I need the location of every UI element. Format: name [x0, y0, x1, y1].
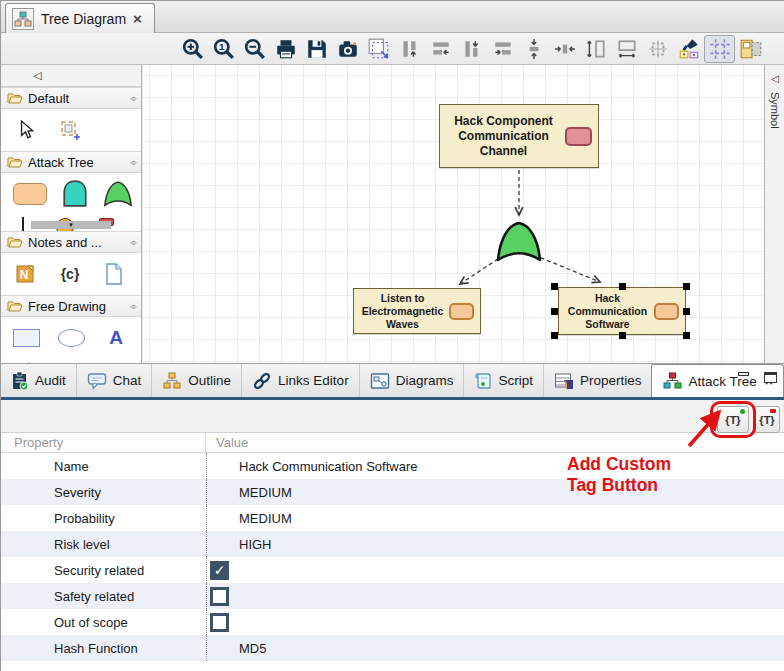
table-row[interactable]: Out of scope: [1, 609, 784, 635]
audit-icon: [11, 371, 29, 391]
tab-audit[interactable]: Audit: [1, 364, 77, 397]
table-row[interactable]: Risk level HIGH: [1, 531, 784, 557]
node-tool[interactable]: [13, 181, 47, 207]
links-icon: [252, 371, 272, 391]
align-right-button[interactable]: [487, 35, 518, 63]
attack-tree-view-toolbar: {T} {T}: [1, 400, 784, 433]
document-tool[interactable]: [101, 261, 127, 287]
toggle-grid-button[interactable]: [704, 35, 735, 63]
selection-handle[interactable]: [683, 332, 690, 339]
palette-group-attack-tree[interactable]: Attack Tree ◃▹: [1, 151, 141, 173]
bottom-panel: Audit Chat Outline Links Editor Diagrams…: [1, 363, 784, 671]
selection-handle[interactable]: [619, 283, 626, 290]
app-window: Tree Diagram × 1 ◁: [0, 0, 784, 671]
node-hack-communication-software[interactable]: Hack Communication Software: [558, 287, 686, 335]
select-tool[interactable]: [13, 117, 39, 143]
save-button[interactable]: [301, 35, 332, 63]
tab-links-editor[interactable]: Links Editor: [242, 364, 360, 397]
align-left-button[interactable]: [425, 35, 456, 63]
palette-group-free-drawing[interactable]: Free Drawing ◃▹: [1, 295, 141, 317]
text-tool[interactable]: A: [103, 325, 129, 351]
node-hack-component-communication-channel[interactable]: Hack Component Communication Channel: [439, 104, 599, 168]
palette-row-notes: N {c}: [1, 253, 141, 295]
distribute-horizontal-button[interactable]: [549, 35, 580, 63]
align-bottom-button[interactable]: [456, 35, 487, 63]
expand-symbol-panel-icon[interactable]: ◁: [771, 73, 779, 84]
selection-handle[interactable]: [683, 283, 690, 290]
palette-group-label: Attack Tree: [28, 155, 125, 170]
symbol-panel-label[interactable]: Symbol: [769, 92, 781, 129]
distribute-vertical-button[interactable]: [518, 35, 549, 63]
format-painter-button[interactable]: [673, 35, 704, 63]
ellipse-tool[interactable]: [58, 325, 85, 351]
palette-group-label: Notes and ...: [28, 235, 125, 250]
maximize-button[interactable]: [764, 372, 777, 386]
zoom-original-button[interactable]: 1: [208, 35, 239, 63]
print-button[interactable]: [270, 35, 301, 63]
selection-handle[interactable]: [551, 308, 558, 315]
zoom-in-button[interactable]: [177, 35, 208, 63]
pin-icon[interactable]: ◃▹: [130, 93, 135, 103]
selection-handle[interactable]: [551, 283, 558, 290]
remove-custom-tag-button[interactable]: {T}: [754, 406, 780, 433]
svg-text:N: N: [20, 268, 29, 282]
annotation-arrow: [681, 402, 729, 454]
tab-outline[interactable]: Outline: [152, 364, 242, 397]
palette-clipped-row: ▾: [1, 215, 141, 231]
note-tool[interactable]: N: [13, 261, 39, 287]
tab-diagrams[interactable]: Diagrams: [360, 364, 465, 397]
palette-group-label: Free Drawing: [28, 299, 125, 314]
folder-icon: [7, 236, 23, 248]
diagram-canvas[interactable]: Hack Component Communication Channel Lis…: [143, 65, 764, 363]
minimize-button[interactable]: [738, 372, 754, 386]
pin-icon[interactable]: ◃▹: [130, 237, 135, 247]
zoom-out-button[interactable]: [239, 35, 270, 63]
pin-icon[interactable]: ◃▹: [130, 301, 135, 311]
link-tool-icon[interactable]: [22, 217, 24, 231]
svg-text:1: 1: [219, 41, 225, 52]
selection-handle[interactable]: [619, 332, 626, 339]
table-row[interactable]: Probability MEDIUM: [1, 505, 784, 531]
node-badge: [654, 303, 679, 320]
palette-group-default[interactable]: Default ◃▹: [1, 87, 141, 109]
node-listen-to-electromagnetic-waves[interactable]: Listen to Electromagnetic Waves: [353, 288, 481, 334]
and-gate-tool[interactable]: [61, 181, 89, 207]
or-gate[interactable]: [495, 221, 543, 263]
table-row[interactable]: Safety related: [1, 583, 784, 609]
palette-group-notes[interactable]: Notes and ... ◃▹: [1, 231, 141, 253]
tab-properties[interactable]: Properties: [544, 364, 653, 397]
match-height-button[interactable]: [580, 35, 611, 63]
close-icon[interactable]: ×: [133, 11, 142, 26]
selection-handle[interactable]: [551, 332, 558, 339]
match-width-button[interactable]: [611, 35, 642, 63]
screenshot-button[interactable]: [332, 35, 363, 63]
node-badge: [565, 127, 592, 146]
tab-script[interactable]: Script: [464, 364, 544, 397]
pin-icon[interactable]: ◃▹: [130, 157, 135, 167]
marquee-tool[interactable]: [57, 117, 83, 143]
selection-handle[interactable]: [683, 308, 690, 315]
folder-icon: [7, 92, 23, 104]
or-gate-tool[interactable]: [103, 181, 133, 207]
checkbox[interactable]: [210, 561, 229, 580]
constraint-tool[interactable]: {c}: [57, 261, 83, 287]
table-row[interactable]: Security related: [1, 557, 784, 583]
properties-icon: [554, 372, 574, 390]
symbol-panel-collapsed: ◁ Symbol: [764, 65, 784, 363]
tab-tree-diagram[interactable]: Tree Diagram ×: [5, 3, 155, 33]
editor-area: ◁ Default ◃▹ Attack Tree ◃▹: [1, 65, 784, 363]
table-row[interactable]: Hash Function MD5: [1, 635, 784, 661]
collapse-palette-icon[interactable]: ◁: [33, 69, 41, 82]
rectangle-tool[interactable]: [13, 325, 40, 351]
checkbox[interactable]: [210, 587, 229, 606]
chat-icon: [87, 372, 107, 390]
marquee-select-button[interactable]: [363, 35, 394, 63]
toggle-symbol-palette-button[interactable]: [735, 35, 766, 63]
tab-chat[interactable]: Chat: [77, 364, 153, 397]
palette-overflow-indicator[interactable]: ▾: [31, 221, 111, 229]
align-top-button[interactable]: [394, 35, 425, 63]
palette-collapse-bar[interactable]: ◁: [1, 65, 141, 87]
resize-area-button[interactable]: [642, 35, 673, 63]
column-property[interactable]: Property: [1, 433, 206, 452]
checkbox[interactable]: [210, 613, 229, 632]
